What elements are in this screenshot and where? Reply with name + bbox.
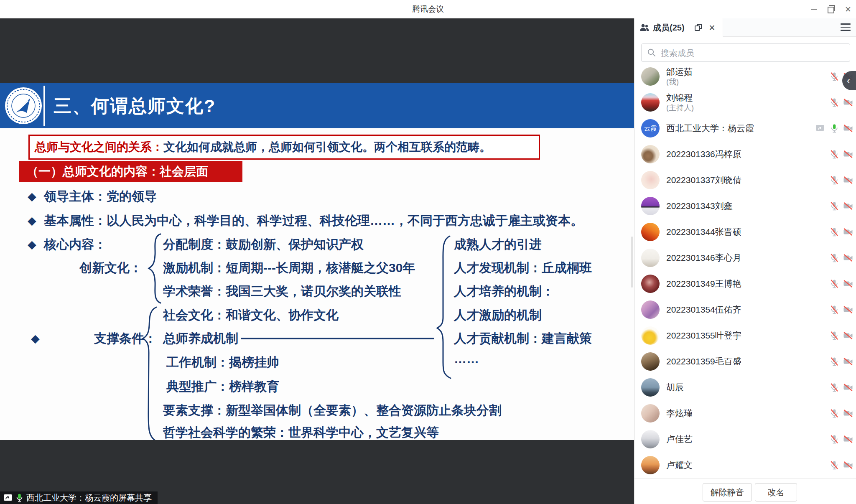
- bullet-core-content: 核心内容：: [44, 236, 107, 253]
- member-status-icons: [829, 400, 856, 426]
- member-row[interactable]: 邰运茹 (我): [634, 64, 856, 89]
- camera-off-icon[interactable]: [843, 227, 853, 237]
- avatar: [641, 326, 660, 345]
- member-text: 卢佳艺: [666, 426, 693, 452]
- camera-off-icon[interactable]: [843, 356, 853, 367]
- window-title: 腾讯会议: [0, 0, 856, 18]
- member-status-icons: [829, 374, 856, 400]
- avatar: [641, 249, 660, 267]
- camera-off-icon[interactable]: [843, 149, 853, 160]
- member-name: 卢耀文: [666, 460, 693, 471]
- mic-muted-icon[interactable]: [829, 227, 840, 237]
- member-row[interactable]: 2022301349王博艳: [634, 271, 856, 297]
- member-row[interactable]: 李炫瑾: [634, 400, 856, 426]
- sharing-screen-icon: [815, 123, 825, 134]
- close-window-button[interactable]: ✕: [841, 0, 855, 18]
- member-text: 胡辰: [666, 374, 684, 400]
- member-row[interactable]: 2022301337刘晓倩: [634, 167, 856, 193]
- slide-text-line: 要素支撑：新型举国体制（全要素）、整合资源防止条块分割: [163, 402, 502, 419]
- avatar: [641, 300, 660, 319]
- bullet-support-conditions: 支撑条件：: [94, 330, 157, 347]
- camera-off-icon[interactable]: [843, 278, 853, 289]
- mic-muted-icon[interactable]: [829, 356, 840, 367]
- search-input[interactable]: [660, 44, 846, 62]
- mic-muted-icon[interactable]: [829, 97, 840, 108]
- unmute-button[interactable]: 解除静音: [703, 483, 752, 501]
- slide-text-line: 社会文化：和谐文化、协作文化: [163, 307, 339, 323]
- mic-muted-icon[interactable]: [829, 149, 840, 160]
- member-name: 2022301355叶登宇: [666, 330, 741, 341]
- camera-off-icon[interactable]: [843, 460, 853, 471]
- member-row[interactable]: 2022301344张晋硕: [634, 219, 856, 245]
- mic-muted-icon[interactable]: [829, 434, 840, 445]
- screen-share-status-text: 西北工业大学：杨云霞的屏幕共享: [26, 492, 152, 504]
- rename-button[interactable]: 改名: [755, 483, 797, 501]
- members-panel: 成员(25) ✕ 邰运茹: [634, 18, 856, 504]
- member-row[interactable]: 2022301336冯梓原: [634, 141, 856, 167]
- camera-off-icon[interactable]: [843, 97, 853, 108]
- member-row[interactable]: 卢佳艺: [634, 426, 856, 452]
- member-row[interactable]: 胡辰: [634, 374, 856, 400]
- mic-muted-icon[interactable]: [829, 304, 840, 315]
- member-row[interactable]: 2022301343刘鑫: [634, 193, 856, 219]
- mic-muted-icon[interactable]: [829, 460, 840, 471]
- member-name: 2022301343刘鑫: [666, 201, 733, 211]
- slide-text-line: 人才发现机制：丘成桐班: [454, 260, 592, 276]
- panel-header-spacer: [723, 18, 856, 37]
- close-panel-button[interactable]: ✕: [709, 24, 716, 32]
- band-divider: [43, 86, 45, 126]
- presentation-slide: 三、何谓总师文化? 总师与文化之间的关系： 文化如何成就总师，总师如何引领文化。…: [0, 83, 634, 440]
- mic-muted-icon[interactable]: [829, 71, 840, 82]
- avatar: [641, 197, 660, 215]
- slide-text-line: 人才激励的机制: [454, 307, 542, 323]
- camera-off-icon[interactable]: [843, 408, 853, 419]
- section-heading-box: （一）总师文化的内容：社会层面: [19, 161, 242, 182]
- mic-muted-icon[interactable]: [829, 408, 840, 419]
- mic-muted-icon[interactable]: [829, 278, 840, 289]
- member-row[interactable]: 卢耀文: [634, 452, 856, 478]
- member-row[interactable]: 2022301359毛百盛: [634, 349, 856, 374]
- restore-button[interactable]: [824, 0, 838, 18]
- member-status-icons: [829, 89, 856, 115]
- chevron-left-icon: ‹: [847, 76, 850, 86]
- mic-muted-icon[interactable]: [829, 252, 840, 263]
- member-status-icons: [829, 245, 856, 271]
- avatar: [641, 430, 660, 448]
- camera-off-icon[interactable]: [843, 252, 853, 263]
- member-name: 刘锦程: [666, 92, 694, 103]
- restore-icon: [828, 7, 834, 13]
- mic-muted-icon[interactable]: [829, 201, 840, 211]
- camera-off-icon[interactable]: [843, 382, 853, 393]
- camera-off-icon[interactable]: [843, 175, 853, 186]
- mic-muted-icon[interactable]: [829, 175, 840, 186]
- brace-talent: [437, 236, 451, 378]
- camera-off-icon[interactable]: [843, 434, 853, 445]
- mic-on-icon[interactable]: [829, 123, 840, 134]
- camera-off-icon[interactable]: [843, 330, 853, 341]
- camera-off-icon[interactable]: [843, 123, 853, 134]
- tab-members[interactable]: 成员(25) ✕: [634, 18, 723, 37]
- member-text: 邰运茹 (我): [666, 64, 693, 89]
- mic-muted-icon[interactable]: [829, 330, 840, 341]
- slide-text-line: 人才培养的机制：: [454, 283, 554, 300]
- mic-muted-icon[interactable]: [829, 382, 840, 393]
- member-row[interactable]: 2022301346李心月: [634, 245, 856, 271]
- popout-panel-button[interactable]: [694, 23, 703, 32]
- member-row[interactable]: 云霞 西北工业大学：杨云霞: [634, 115, 856, 141]
- member-row[interactable]: 2022301355叶登宇: [634, 323, 856, 349]
- member-name: 2022301349王博艳: [666, 278, 741, 289]
- avatar: [641, 67, 660, 86]
- member-text: 2022301354伍佑齐: [666, 297, 741, 323]
- member-row[interactable]: 刘锦程 (主持人): [634, 89, 856, 115]
- member-row[interactable]: 2022301354伍佑齐: [634, 297, 856, 323]
- panel-menu-button[interactable]: [841, 23, 851, 32]
- camera-off-icon[interactable]: [843, 201, 853, 211]
- member-status-icons: [829, 219, 856, 245]
- share-scrollbar-thumb[interactable]: [631, 237, 633, 288]
- member-text: 李炫瑾: [666, 400, 693, 426]
- avatar: [641, 223, 660, 241]
- minimize-button[interactable]: [807, 0, 821, 18]
- slide-text-line: 激励机制：短周期---长周期，核潜艇之父30年: [163, 260, 415, 276]
- avatar: [641, 171, 660, 189]
- camera-off-icon[interactable]: [843, 304, 853, 315]
